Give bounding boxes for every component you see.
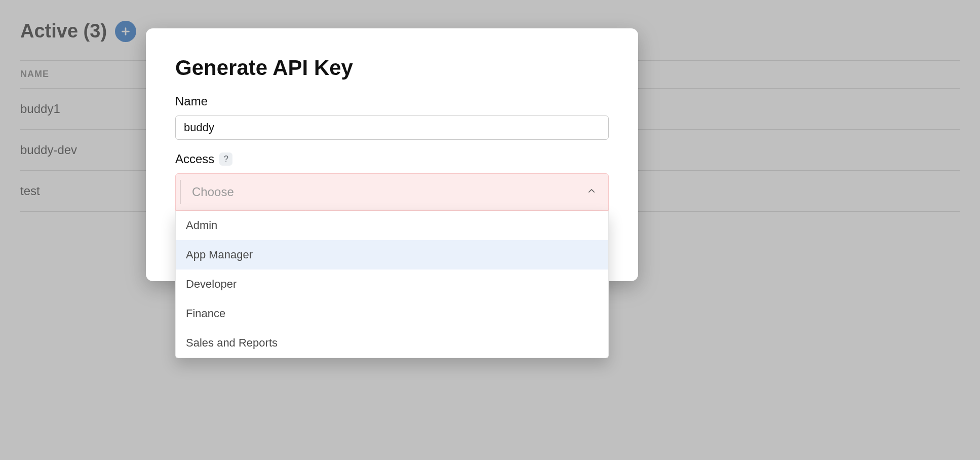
dropdown-placeholder: Choose bbox=[192, 185, 234, 199]
access-dropdown-trigger[interactable]: Choose bbox=[175, 173, 609, 211]
dropdown-option-app-manager[interactable]: App Manager bbox=[176, 240, 608, 270]
chevron-up-icon bbox=[587, 186, 596, 198]
name-label-text: Name bbox=[175, 94, 208, 108]
name-input[interactable] bbox=[175, 116, 609, 140]
dropdown-option-sales-and-reports[interactable]: Sales and Reports bbox=[176, 328, 608, 358]
access-dropdown: Choose Admin App Manager Developer Finan… bbox=[175, 173, 609, 211]
access-field-label: Access ? bbox=[175, 152, 609, 166]
dropdown-option-developer[interactable]: Developer bbox=[176, 270, 608, 299]
dropdown-caret-bar bbox=[180, 180, 181, 204]
dropdown-option-admin[interactable]: Admin bbox=[176, 211, 608, 240]
access-label-text: Access bbox=[175, 152, 214, 166]
name-field-label: Name bbox=[175, 94, 609, 108]
access-dropdown-list: Admin App Manager Developer Finance Sale… bbox=[175, 211, 609, 358]
generate-api-key-modal: Generate API Key Name Access ? Choose Ad… bbox=[146, 28, 638, 281]
modal-overlay[interactable]: Generate API Key Name Access ? Choose Ad… bbox=[0, 0, 980, 460]
help-icon[interactable]: ? bbox=[219, 152, 232, 166]
dropdown-option-finance[interactable]: Finance bbox=[176, 299, 608, 328]
modal-title: Generate API Key bbox=[175, 56, 609, 80]
